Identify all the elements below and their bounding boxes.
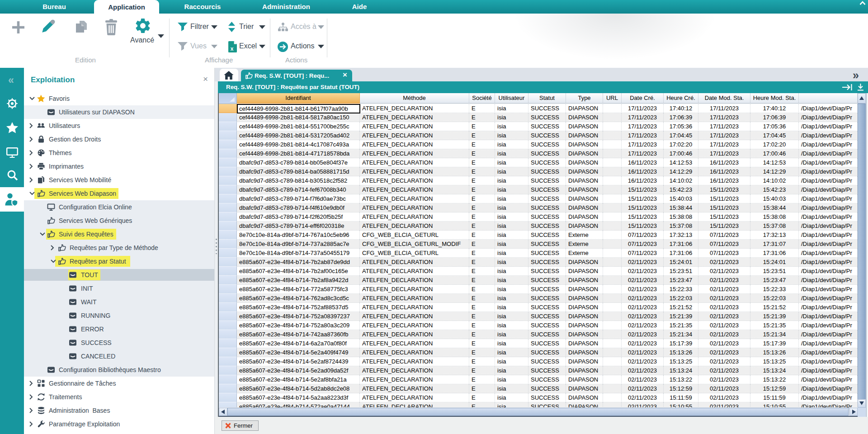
svg-text:x: x bbox=[231, 46, 234, 52]
